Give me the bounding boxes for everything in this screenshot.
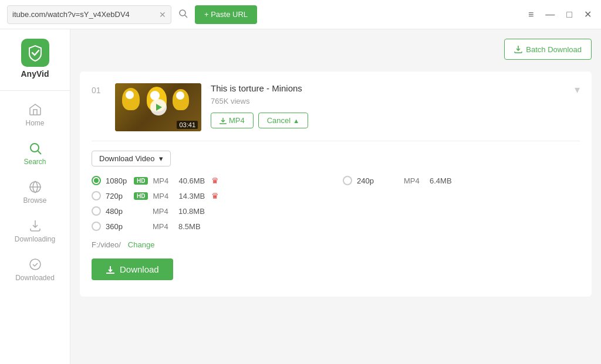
video-info: This is torture - Minions 765K views MP4… (211, 83, 565, 128)
video-duration: 03:41 (177, 121, 198, 129)
cancel-chevron-icon: ▲ (293, 117, 299, 124)
sidebar-item-browse[interactable]: Browse (0, 173, 70, 212)
save-path: F:/video/ (92, 240, 121, 249)
batch-download-label: Batch Download (526, 45, 582, 54)
sidebar-item-downloaded[interactable]: Downloaded (0, 250, 70, 289)
video-views: 765K views (211, 97, 565, 106)
search-button[interactable] (176, 6, 190, 23)
format-row-360p[interactable]: 360p MP4 8.5MB (92, 222, 329, 231)
close-icon[interactable]: ✕ (582, 8, 594, 21)
url-text: itube.com/watch?v=sY_v4XebDV4 (12, 10, 157, 19)
radio-720p[interactable] (92, 191, 101, 200)
format-1080p: MP4 (153, 176, 174, 185)
svg-point-5 (30, 259, 40, 270)
format-360p: MP4 (153, 222, 174, 231)
maximize-icon[interactable]: □ (564, 8, 575, 21)
svg-point-0 (180, 10, 185, 16)
size-480p: 10.8MB (178, 207, 207, 216)
size-720p: 14.3MB (178, 192, 207, 200)
video-top: 01 03:41 (92, 83, 580, 131)
paste-url-button[interactable]: + Paste URL (195, 5, 257, 24)
url-close-icon[interactable]: ✕ (159, 10, 166, 19)
video-number: 01 (92, 83, 106, 95)
sidebar-item-downloading[interactable]: Downloading (0, 212, 70, 250)
res-240p: 240p (357, 176, 380, 185)
format-grid: 1080p HD MP4 40.6MB ♛ 720p HD MP4 (92, 176, 580, 231)
format-dropdown-label: Download Video (99, 154, 154, 163)
mp4-button[interactable]: MP4 (211, 113, 254, 128)
cancel-button[interactable]: Cancel ▲ (258, 113, 308, 128)
svg-point-2 (31, 144, 39, 152)
download-main-button[interactable]: Download (92, 258, 173, 280)
format-720p: MP4 (153, 192, 174, 200)
sidebar-item-home-label: Home (25, 119, 44, 127)
sidebar-item-home[interactable]: Home (0, 96, 70, 134)
format-row-480p[interactable]: 480p MP4 10.8MB (92, 206, 329, 216)
card-divider (92, 141, 580, 141)
format-240p: MP4 (404, 176, 425, 185)
crown-icon-1080p: ♛ (211, 176, 219, 185)
size-240p: 6.4MB (430, 176, 458, 185)
collapse-icon[interactable]: ▾ (575, 83, 580, 96)
save-path-row: F:/video/ Change (92, 240, 580, 249)
sidebar-item-browse-label: Browse (23, 196, 46, 205)
res-480p: 480p (106, 207, 129, 216)
res-360p: 360p (106, 222, 129, 231)
res-720p: 720p (106, 192, 129, 200)
dropdown-arrow-icon: ▾ (159, 154, 163, 163)
sidebar-item-downloaded-label: Downloaded (15, 274, 55, 282)
sidebar-item-downloading-label: Downloading (15, 235, 55, 243)
window-controls: ≡ — □ ✕ (526, 8, 594, 21)
video-actions: MP4 Cancel ▲ (211, 113, 565, 128)
cancel-label: Cancel (267, 116, 291, 125)
sidebar: AnyVid Home Search Browse (0, 29, 70, 364)
video-card: 01 03:41 (80, 72, 592, 297)
format-row-1080p[interactable]: 1080p HD MP4 40.6MB ♛ (92, 176, 329, 185)
crown-icon-720p: ♛ (211, 191, 219, 200)
res-1080p: 1080p (106, 176, 129, 185)
content-area: Batch Download 01 (70, 29, 601, 364)
format-480p: MP4 (153, 207, 174, 216)
menu-icon[interactable]: ≡ (526, 8, 536, 21)
sidebar-item-search[interactable]: Search (0, 134, 70, 173)
mp4-label: MP4 (229, 116, 245, 125)
radio-240p[interactable] (343, 176, 352, 185)
svg-line-3 (38, 151, 41, 155)
format-section: Download Video ▾ 1080p HD MP4 40.6MB (92, 151, 580, 285)
svg-line-1 (185, 15, 187, 18)
radio-1080p[interactable] (92, 176, 101, 185)
video-thumbnail: 03:41 (115, 83, 201, 131)
radio-480p[interactable] (92, 206, 101, 216)
radio-360p[interactable] (92, 222, 101, 231)
format-row-240p[interactable]: 240p MP4 6.4MB (343, 176, 580, 185)
size-360p: 8.5MB (178, 222, 207, 231)
format-dropdown[interactable]: Download Video ▾ (92, 151, 171, 166)
hd-badge-720p: HD (134, 192, 148, 200)
video-title: This is torture - Minions (211, 83, 565, 93)
batch-download-button[interactable]: Batch Download (504, 39, 592, 60)
change-path-link[interactable]: Change (128, 240, 155, 249)
app-name: AnyVid (21, 69, 49, 79)
format-row-720p[interactable]: 720p HD MP4 14.3MB ♛ (92, 191, 329, 200)
app-logo (21, 39, 49, 67)
play-button[interactable] (150, 99, 167, 115)
size-1080p: 40.6MB (178, 176, 207, 185)
sidebar-item-search-label: Search (23, 158, 46, 166)
logo-area: AnyVid (0, 39, 70, 91)
minimize-icon[interactable]: — (543, 8, 557, 21)
download-main-label: Download (120, 264, 159, 274)
hd-badge-1080p: HD (134, 177, 148, 185)
title-bar: itube.com/watch?v=sY_v4XebDV4 ✕ + Paste … (0, 0, 601, 29)
main-container: AnyVid Home Search Browse (0, 29, 601, 364)
url-bar[interactable]: itube.com/watch?v=sY_v4XebDV4 ✕ (7, 5, 171, 24)
